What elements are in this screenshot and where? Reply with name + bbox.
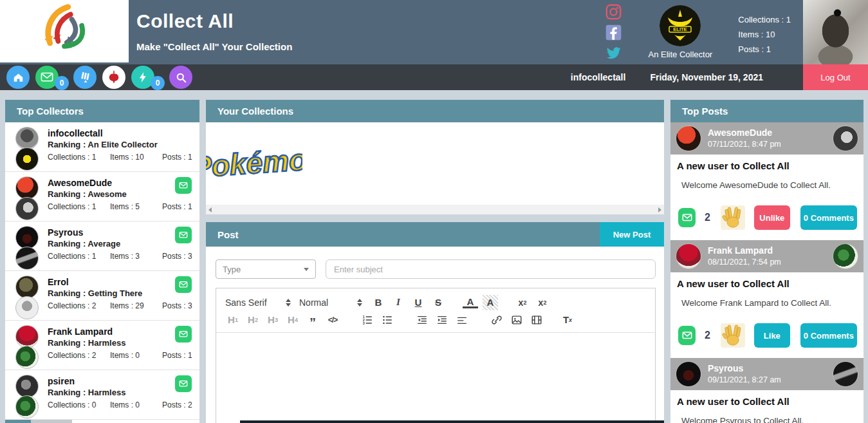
message-collector-button[interactable] bbox=[175, 227, 192, 243]
align-button[interactable] bbox=[454, 312, 470, 328]
collector-collections: Collections : 1 bbox=[48, 252, 110, 261]
outdent-icon bbox=[416, 314, 428, 326]
image-button[interactable] bbox=[509, 312, 524, 328]
your-collections-title: Your Collections bbox=[206, 100, 664, 122]
collector-stats: Collections : 1 Items : 3 Posts : 3 bbox=[48, 252, 194, 261]
activity-button[interactable]: 0 bbox=[131, 66, 154, 89]
collector-row[interactable]: Errol Ranking : Getting There Collection… bbox=[5, 271, 199, 321]
user-avatar-image bbox=[803, 0, 868, 64]
underline-button[interactable]: U bbox=[411, 295, 426, 310]
collector-row[interactable]: AwesomeDude Ranking : Awesome Collection… bbox=[5, 172, 199, 221]
comments-button[interactable]: 0 Comments bbox=[800, 323, 857, 348]
svg-text:ELITE: ELITE bbox=[674, 26, 687, 32]
message-author-button[interactable] bbox=[678, 326, 696, 345]
message-collector-button[interactable] bbox=[175, 375, 192, 392]
clear-formatting-button[interactable]: Tx bbox=[560, 312, 575, 328]
stat-collections: Collections : 1 bbox=[738, 15, 791, 24]
rebel-button[interactable] bbox=[102, 66, 125, 89]
logout-button[interactable]: Log Out bbox=[803, 64, 868, 90]
new-post-button[interactable]: New Post bbox=[600, 222, 664, 247]
outdent-button[interactable] bbox=[414, 312, 430, 328]
heading4-button[interactable]: H4 bbox=[285, 312, 300, 328]
collector-posts: Posts : 1 bbox=[162, 351, 192, 360]
collection-thumbnail[interactable]: Pokémon bbox=[206, 136, 302, 188]
post-actions: 2 Like 0 Comments bbox=[677, 323, 857, 348]
post-type-select[interactable]: Type bbox=[216, 259, 316, 279]
user-rank-badge: ELITE An Elite Collector bbox=[635, 5, 725, 59]
search-button[interactable] bbox=[169, 66, 192, 89]
collector-row[interactable]: infocollectall Ranking : An Elite Collec… bbox=[5, 122, 199, 172]
post-card: Frank Lampard 08/11/2021, 7:54 pm A new … bbox=[670, 240, 863, 358]
collector-name: AwesomeDude bbox=[48, 178, 194, 188]
scroll-left-icon[interactable] bbox=[208, 207, 212, 212]
ordered-list-button[interactable]: 123 bbox=[360, 312, 375, 328]
user-rank-label: An Elite Collector bbox=[648, 50, 712, 59]
heading3-button[interactable]: H3 bbox=[265, 312, 281, 328]
collections-strip: Pokémon bbox=[206, 122, 664, 205]
collector-collections: Collections : 0 bbox=[48, 400, 110, 409]
main-navbar: 0 0 infocollectall Friday, November 19, … bbox=[0, 64, 868, 90]
collector-collections: Collections : 2 bbox=[48, 301, 110, 310]
facebook-icon[interactable] bbox=[605, 24, 622, 41]
message-author-button[interactable] bbox=[678, 208, 696, 227]
twitter-icon[interactable] bbox=[605, 44, 622, 62]
editor-toolbar: Sans Serif Normal B I U S A A bbox=[216, 288, 655, 333]
heading2-button[interactable]: H2 bbox=[245, 312, 261, 328]
messages-button[interactable]: 0 bbox=[35, 66, 59, 89]
message-collector-button[interactable] bbox=[175, 177, 192, 194]
page-subtitle: Make "Collect All" Your Collection bbox=[136, 41, 292, 52]
post-actions: 2 Unlike 0 Comments bbox=[677, 205, 857, 230]
collector-row[interactable]: Psyrous Ranking : Average Collections : … bbox=[5, 221, 199, 271]
superscript-button[interactable]: x2 bbox=[515, 295, 530, 310]
link-button[interactable] bbox=[489, 312, 504, 328]
highlight-color-button[interactable]: A bbox=[483, 295, 498, 310]
collector-ranking: Ranking : Average bbox=[48, 239, 194, 249]
collector-row[interactable]: Frank Lampard Ranking : Harmless Collect… bbox=[5, 321, 199, 370]
italic-button[interactable]: I bbox=[391, 295, 406, 310]
bold-button[interactable]: B bbox=[371, 295, 386, 310]
editor-content-area[interactable] bbox=[216, 333, 655, 423]
like-button[interactable]: Like bbox=[754, 323, 790, 348]
bullet-list-icon bbox=[382, 314, 393, 326]
video-button[interactable] bbox=[529, 312, 544, 328]
unlike-button[interactable]: Unlike bbox=[754, 205, 790, 230]
indent-button[interactable] bbox=[434, 312, 450, 328]
collector-rank-badge-icon bbox=[15, 346, 39, 369]
post-type-value: Type bbox=[223, 265, 241, 274]
search-icon bbox=[175, 71, 187, 84]
instagram-icon[interactable] bbox=[605, 3, 622, 21]
heading1-button[interactable]: H1 bbox=[225, 312, 241, 328]
message-collector-button[interactable] bbox=[175, 326, 192, 343]
collector-collections: Collections : 1 bbox=[48, 202, 110, 211]
comments-button[interactable]: 0 Comments bbox=[800, 205, 857, 230]
like-count: 2 bbox=[705, 330, 710, 341]
mail-icon bbox=[179, 281, 188, 288]
subscript-button[interactable]: x2 bbox=[535, 295, 550, 310]
collector-row[interactable]: psiren Ranking : Harmless Collections : … bbox=[5, 370, 199, 420]
subject-input[interactable] bbox=[326, 259, 656, 279]
collector-name: Frank Lampard bbox=[48, 326, 194, 337]
collections-button[interactable] bbox=[73, 66, 97, 89]
font-select[interactable]: Sans Serif bbox=[225, 297, 295, 308]
home-button[interactable] bbox=[6, 66, 30, 89]
code-block-button[interactable]: </> bbox=[325, 312, 340, 328]
text-color-button[interactable]: A bbox=[463, 297, 478, 308]
blockquote-button[interactable]: ” bbox=[305, 312, 320, 328]
post-text: Welcome Psyrous to Collect All. bbox=[681, 416, 857, 423]
collector-items: Items : 29 bbox=[110, 301, 162, 310]
size-select[interactable]: Normal bbox=[299, 297, 366, 308]
post-author-rank-badge-icon bbox=[833, 361, 858, 387]
navbar-username[interactable]: infocollectall bbox=[571, 72, 626, 82]
collections-scrollbar[interactable] bbox=[206, 205, 664, 214]
collector-avatar bbox=[15, 176, 39, 200]
message-collector-button[interactable] bbox=[175, 276, 192, 293]
mail-icon bbox=[179, 231, 188, 239]
video-icon bbox=[531, 314, 542, 326]
scroll-right-icon[interactable] bbox=[658, 207, 661, 212]
collector-rank-badge-icon bbox=[15, 197, 39, 220]
mail-icon bbox=[682, 213, 692, 222]
post-card-header: AwesomeDude 07/11/2021, 8:47 pm bbox=[670, 122, 863, 155]
home-icon bbox=[12, 71, 24, 84]
strikethrough-button[interactable]: S bbox=[430, 295, 446, 310]
bullet-list-button[interactable] bbox=[380, 312, 395, 328]
